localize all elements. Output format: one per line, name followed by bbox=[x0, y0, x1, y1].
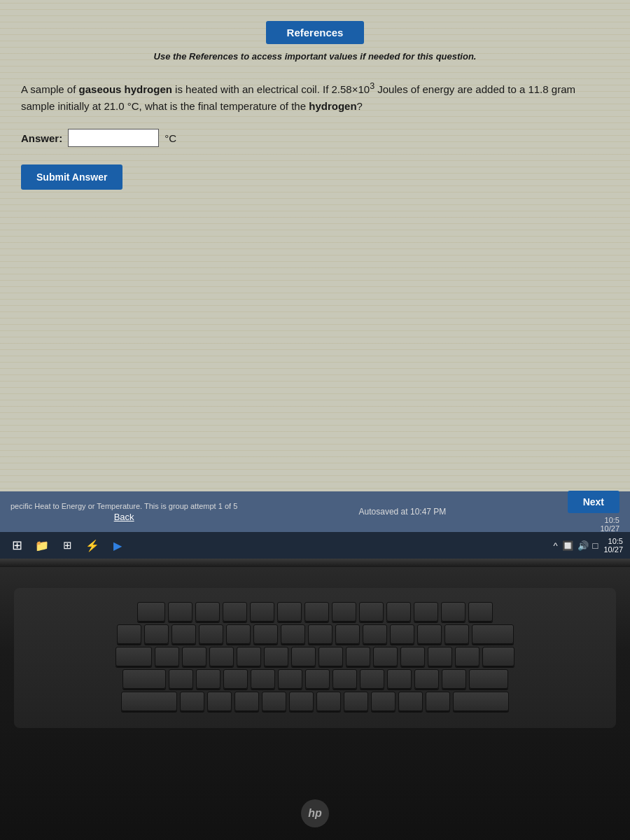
key-lbracket[interactable] bbox=[428, 647, 452, 666]
key-1[interactable] bbox=[144, 624, 169, 644]
key-j[interactable] bbox=[332, 669, 357, 689]
key-tilde[interactable] bbox=[117, 624, 141, 644]
key-equals[interactable] bbox=[444, 624, 469, 644]
key-rbracket[interactable] bbox=[455, 647, 479, 666]
autosave-text: Autosaved at 10:47 PM bbox=[359, 507, 447, 517]
key-row-4 bbox=[28, 669, 602, 689]
key-z[interactable] bbox=[180, 692, 204, 711]
key-row-3 bbox=[28, 647, 602, 666]
key-caps[interactable] bbox=[122, 669, 166, 689]
answer-input[interactable] bbox=[68, 129, 159, 147]
bottom-bar-right: Next 10:5 10/27 bbox=[568, 491, 620, 532]
key-comma[interactable] bbox=[371, 692, 396, 711]
key-minus[interactable] bbox=[417, 624, 442, 644]
key-a[interactable] bbox=[169, 669, 193, 689]
key-2[interactable] bbox=[172, 624, 196, 644]
key-g[interactable] bbox=[278, 669, 302, 689]
key-6[interactable] bbox=[281, 624, 305, 644]
key-b[interactable] bbox=[289, 692, 314, 711]
key-x[interactable] bbox=[207, 692, 232, 711]
key-8[interactable] bbox=[335, 624, 360, 644]
key-period[interactable] bbox=[398, 692, 423, 711]
hp-logo: hp bbox=[301, 799, 329, 827]
key-u[interactable] bbox=[318, 647, 343, 666]
network-icon: ^ bbox=[554, 540, 558, 551]
key-9[interactable] bbox=[363, 624, 387, 644]
bold-gaseous-hydrogen: gaseous hydrogen bbox=[79, 83, 172, 95]
key-n[interactable] bbox=[316, 692, 341, 711]
key-enter[interactable] bbox=[469, 669, 508, 689]
key-f[interactable] bbox=[251, 669, 275, 689]
answer-label: Answer: bbox=[21, 132, 62, 144]
key-f12[interactable] bbox=[468, 602, 493, 622]
laptop-body: hp bbox=[0, 567, 630, 840]
answer-unit: °C bbox=[164, 132, 176, 144]
key-s[interactable] bbox=[196, 669, 220, 689]
key-quote[interactable] bbox=[442, 669, 466, 689]
key-0[interactable] bbox=[390, 624, 414, 644]
key-f2[interactable] bbox=[195, 602, 220, 622]
key-q[interactable] bbox=[155, 647, 179, 666]
key-semicolon[interactable] bbox=[414, 669, 439, 689]
key-h[interactable] bbox=[305, 669, 330, 689]
key-backspace[interactable] bbox=[472, 624, 514, 644]
key-f9[interactable] bbox=[386, 602, 411, 622]
key-v[interactable] bbox=[262, 692, 286, 711]
laptop-hinge bbox=[0, 559, 630, 567]
key-4[interactable] bbox=[226, 624, 251, 644]
key-tab[interactable] bbox=[115, 647, 152, 666]
key-row-2 bbox=[28, 624, 602, 644]
time-display: 10:5 10/27 bbox=[600, 516, 620, 532]
key-f4[interactable] bbox=[250, 602, 274, 622]
key-5[interactable] bbox=[253, 624, 278, 644]
keyboard-area bbox=[14, 588, 616, 728]
group-attempt-text: pecific Heat to Energy or Temperature. T… bbox=[10, 502, 237, 510]
key-e[interactable] bbox=[209, 647, 234, 666]
grid-icon[interactable]: ⊞ bbox=[57, 536, 77, 555]
start-button[interactable]: ⊞ bbox=[7, 536, 27, 555]
references-btn-container: References bbox=[21, 14, 609, 44]
key-esc[interactable] bbox=[137, 602, 165, 622]
references-button[interactable]: References bbox=[266, 21, 365, 44]
key-p[interactable] bbox=[400, 647, 425, 666]
back-button[interactable]: Back bbox=[10, 512, 237, 522]
key-k[interactable] bbox=[360, 669, 384, 689]
key-f8[interactable] bbox=[359, 602, 384, 622]
key-w[interactable] bbox=[182, 647, 206, 666]
key-t[interactable] bbox=[264, 647, 288, 666]
submit-answer-button[interactable]: Submit Answer bbox=[21, 164, 122, 190]
answer-row: Answer: °C bbox=[21, 129, 609, 147]
key-3[interactable] bbox=[199, 624, 223, 644]
taskbar-time: 10:5 10/27 bbox=[603, 537, 623, 554]
next-button[interactable]: Next bbox=[568, 491, 620, 513]
key-f6[interactable] bbox=[304, 602, 329, 622]
key-slash[interactable] bbox=[426, 692, 450, 711]
content-area: References Use the References to access … bbox=[0, 0, 630, 190]
key-m[interactable] bbox=[344, 692, 368, 711]
key-y[interactable] bbox=[291, 647, 316, 666]
key-o[interactable] bbox=[373, 647, 398, 666]
key-f1[interactable] bbox=[168, 602, 192, 622]
battery-icon: □ bbox=[593, 540, 598, 551]
media-icon[interactable]: ▶ bbox=[108, 536, 127, 555]
key-lshift[interactable] bbox=[121, 692, 177, 711]
key-f3[interactable] bbox=[223, 602, 247, 622]
folder-icon[interactable]: 📁 bbox=[32, 536, 52, 555]
bottom-bar: pecific Heat to Energy or Temperature. T… bbox=[0, 491, 630, 532]
key-d[interactable] bbox=[223, 669, 248, 689]
key-backslash[interactable] bbox=[482, 647, 514, 666]
key-f10[interactable] bbox=[414, 602, 438, 622]
key-l[interactable] bbox=[387, 669, 412, 689]
key-f7[interactable] bbox=[332, 602, 356, 622]
key-rshift[interactable] bbox=[453, 692, 509, 711]
key-f11[interactable] bbox=[441, 602, 465, 622]
key-7[interactable] bbox=[308, 624, 332, 644]
key-f5[interactable] bbox=[277, 602, 302, 622]
laptop-screen: References Use the References to access … bbox=[0, 0, 630, 532]
key-c[interactable] bbox=[234, 692, 259, 711]
wifi-icon: 🔲 bbox=[562, 540, 573, 551]
key-i[interactable] bbox=[346, 647, 370, 666]
bottom-bar-left: pecific Heat to Energy or Temperature. T… bbox=[10, 502, 237, 522]
key-r[interactable] bbox=[237, 647, 261, 666]
lightning-icon[interactable]: ⚡ bbox=[83, 536, 102, 555]
